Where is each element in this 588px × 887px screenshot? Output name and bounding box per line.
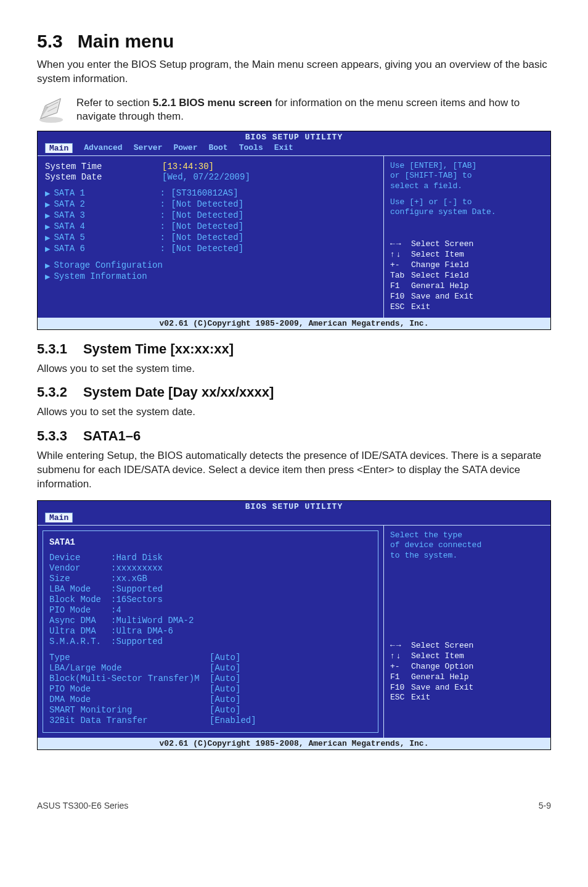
help-lr: Select Screen — [411, 239, 473, 249]
bios-utility-title: BIOS SETUP UTILITY — [38, 131, 550, 143]
opt-type-v[interactable]: [Auto] — [210, 653, 240, 662]
opt-pio-v[interactable]: [Auto] — [210, 684, 240, 694]
opt-dma-l[interactable]: DMA Mode — [49, 695, 210, 704]
inf-block-v: :16Sectors — [111, 595, 163, 604]
opt-smartmon-l[interactable]: SMART Monitoring — [49, 705, 210, 715]
bios-tab-row: Main Advanced Server Power Boot Tools Ex… — [38, 143, 550, 155]
sata1-val: [ST3160812AS] — [171, 188, 238, 199]
sata1-label[interactable]: SATA 1 — [54, 188, 160, 199]
help-f1: General Help — [411, 281, 469, 291]
sata3-label[interactable]: SATA 3 — [54, 210, 160, 221]
tab-exit[interactable]: Exit — [274, 143, 293, 153]
hint-block-2: Use [+] or [-] to configure system Date. — [390, 197, 544, 218]
sata-tab-main[interactable]: Main — [45, 513, 73, 522]
opt-lba-v[interactable]: [Auto] — [210, 663, 240, 673]
key-ud: ↑↓ — [390, 250, 411, 260]
heading-5-3: 5.3Main menu — [37, 31, 551, 52]
system-date-value[interactable]: [Wed, 07/22/2009] — [162, 172, 250, 182]
inf-size-v: :xx.xGB — [111, 574, 147, 584]
bios-right-pane: Use [ENTER], [TAB] or [SHIFT-TAB] to sel… — [383, 156, 550, 317]
h531-num: 5.3.1 — [37, 341, 67, 357]
tab-main[interactable]: Main — [45, 143, 73, 153]
opt-32bit-v[interactable]: [Enabled] — [210, 716, 256, 725]
opt-type-l[interactable]: Type — [49, 653, 210, 662]
system-time-value[interactable]: [13:44:30] — [162, 162, 214, 171]
h531-title: System Time [xx:xx:xx] — [83, 341, 234, 357]
sata-header: SATA1 — [49, 537, 372, 547]
svg-marker-1 — [41, 99, 61, 119]
shelp-ud: Select Item — [411, 651, 464, 661]
inf-async-l: Async DMA — [49, 616, 111, 625]
help-esc: Exit — [411, 302, 430, 311]
inf-size-l: Size — [49, 574, 111, 584]
help-f10: Save and Exit — [411, 292, 473, 301]
key-f10: F10 — [390, 292, 411, 302]
sata-right-pane: Select the type of device connected to t… — [383, 526, 550, 738]
triangle-icon: ▶ — [45, 188, 50, 199]
inf-async-v: :MultiWord DMA-2 — [111, 616, 194, 625]
h533-title: SATA1–6 — [83, 428, 141, 444]
help-keys: ←→Select Screen ↑↓Select Item +-Change F… — [390, 239, 544, 312]
tab-advanced[interactable]: Advanced — [84, 143, 122, 153]
tab-server[interactable]: Server — [134, 143, 163, 153]
inf-device-v: :Hard Disk — [111, 553, 163, 563]
inf-vendor-l: Vendor — [49, 563, 111, 573]
skey-f1: F1 — [390, 672, 411, 683]
pencil-icon — [37, 95, 65, 123]
hint1-l1: Use [ENTER], [TAB] — [390, 161, 544, 171]
triangle-icon: ▶ — [45, 233, 50, 243]
opt-block-v[interactable]: [Auto] — [210, 674, 240, 683]
heading-533: 5.3.3SATA1–6 — [37, 428, 551, 444]
shelp-f1: General Help — [411, 672, 469, 682]
sata6-label[interactable]: SATA 6 — [54, 244, 160, 254]
opt-block-l[interactable]: Block(Multi-Sector Transfer)M — [49, 674, 210, 683]
opt-dma-v[interactable]: [Auto] — [210, 695, 240, 704]
sata4-label[interactable]: SATA 4 — [54, 221, 160, 232]
heading-num: 5.3 — [37, 31, 63, 51]
triangle-icon: ▶ — [45, 221, 50, 232]
hint2-l1: Use [+] or [-] to — [390, 197, 544, 207]
storage-config-item[interactable]: Storage Configuration — [54, 260, 171, 271]
bios-main-footer: v02.61 (C)Copyright 1985-2009, American … — [38, 318, 550, 329]
tab-power[interactable]: Power — [173, 143, 197, 153]
opt-smartmon-v[interactable]: [Auto] — [210, 705, 240, 715]
skey-esc: ESC — [390, 693, 411, 703]
opt-32bit-l[interactable]: 32Bit Data Transfer — [49, 716, 210, 725]
sata6-val: [Not Detected] — [171, 244, 243, 254]
page-footer: ASUS TS300-E6 Series 5-9 — [0, 786, 588, 823]
note-bold: 5.2.1 BIOS menu screen — [153, 97, 272, 109]
skey-lr: ←→ — [390, 641, 411, 651]
sata2-label[interactable]: SATA 2 — [54, 199, 160, 210]
opt-pio-l[interactable]: PIO Mode — [49, 684, 210, 694]
h532-num: 5.3.2 — [37, 384, 67, 400]
tab-boot[interactable]: Boot — [208, 143, 227, 153]
help-ud: Select Item — [411, 250, 464, 259]
p533: While entering Setup, the BIOS automatic… — [37, 449, 551, 492]
sata5-val: [Not Detected] — [171, 233, 243, 243]
sata-tab-row: Main — [38, 513, 550, 525]
shelp-lr: Select Screen — [411, 641, 473, 650]
inf-block-l: Block Mode — [49, 595, 111, 604]
bios-main-box: BIOS SETUP UTILITY Main Advanced Server … — [37, 131, 551, 329]
inf-lba-l: LBA Mode — [49, 584, 111, 594]
hint2-l2: configure system Date. — [390, 207, 544, 217]
sata-help-keys: ←→Select Screen ↑↓Select Item +-Change O… — [390, 641, 544, 703]
shint-l3: to the system. — [390, 551, 544, 561]
help-pm: Change Field — [411, 260, 469, 270]
inf-lba-v: :Supported — [111, 584, 163, 594]
hint1-l2: or [SHIFT-TAB] to — [390, 171, 544, 181]
shelp-pm: Change Option — [411, 662, 473, 671]
sata4-val: [Not Detected] — [171, 221, 243, 232]
opt-lba-l[interactable]: LBA/Large Mode — [49, 663, 210, 673]
system-time-label[interactable]: System Time — [45, 162, 162, 171]
system-info-item[interactable]: System Information — [54, 271, 171, 282]
footer-right: 5-9 — [539, 801, 551, 811]
sata5-label[interactable]: SATA 5 — [54, 233, 160, 243]
footer-left: ASUS TS300-E6 Series — [37, 801, 128, 811]
sata2-val: [Not Detected] — [171, 199, 243, 210]
triangle-icon: ▶ — [45, 260, 50, 271]
tab-tools[interactable]: Tools — [239, 143, 263, 153]
skey-ud: ↑↓ — [390, 651, 411, 662]
system-date-label[interactable]: System Date — [45, 172, 162, 182]
heading-531: 5.3.1System Time [xx:xx:xx] — [37, 341, 551, 357]
